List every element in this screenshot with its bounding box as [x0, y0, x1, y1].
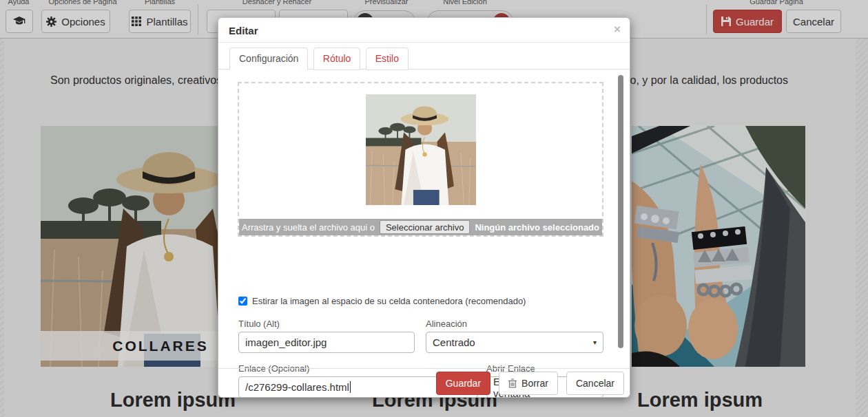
- alineacion-select-value: Centrado: [433, 336, 475, 348]
- titulo-label: Título (Alt): [238, 319, 280, 329]
- upload-status-text: Ningún archivo seleccionado: [475, 222, 599, 233]
- image-dropzone[interactable]: Arrastra y suelta el archivo aqui o Sele…: [238, 82, 603, 237]
- modal-guardar-label: Guardar: [446, 378, 481, 389]
- modal-cancelar-label: Cancelar: [576, 378, 614, 389]
- modal-borrar-button[interactable]: Borrar: [499, 372, 558, 395]
- image-preview: [366, 94, 476, 205]
- modal-header: Editar ×: [218, 18, 630, 43]
- upload-bar: Arrastra y suelta el archivo aqui o Sele…: [239, 219, 602, 235]
- stretch-checkbox-row: Estirar la imagen al espacio de su celda…: [238, 296, 526, 306]
- modal-title: Editar: [229, 25, 258, 36]
- trash-icon: [508, 378, 517, 388]
- tab-configuracion[interactable]: Configuración: [229, 47, 308, 70]
- tab-estilo[interactable]: Estilo: [366, 47, 409, 70]
- modal-guardar-button[interactable]: Guardar: [436, 372, 490, 395]
- chevron-down-icon: ▾: [593, 339, 597, 346]
- stretch-checkbox-label: Estirar la imagen al espacio de su celda…: [252, 296, 526, 306]
- tab-rotulo[interactable]: Rótulo: [313, 47, 360, 70]
- alineacion-label: Alineación: [426, 319, 467, 329]
- modal-scrollbar[interactable]: [618, 75, 623, 348]
- close-icon[interactable]: ×: [614, 23, 621, 35]
- titulo-input-value: imagen_editor.jpg: [245, 336, 327, 348]
- select-file-button[interactable]: Seleccionar archivo: [380, 220, 470, 234]
- alineacion-select[interactable]: Centrado ▾: [426, 332, 603, 353]
- modal-cancelar-button[interactable]: Cancelar: [566, 372, 624, 395]
- drag-drop-text: Arrastra y suelta el archivo aqui o: [242, 222, 375, 233]
- stretch-checkbox[interactable]: [238, 297, 247, 306]
- edit-image-modal: Editar × Configuración Rótulo Estilo Arr…: [218, 17, 630, 398]
- screen: Ayuda Opciones de Página Plantillas Desh…: [0, 0, 868, 417]
- titulo-input[interactable]: imagen_editor.jpg: [238, 332, 415, 353]
- modal-body: Arrastra y suelta el archivo aqui o Sele…: [218, 70, 630, 370]
- modal-tabs: Configuración Rótulo Estilo: [218, 43, 630, 70]
- modal-borrar-label: Borrar: [521, 378, 548, 389]
- modal-footer: Guardar Borrar Cancelar: [218, 368, 630, 397]
